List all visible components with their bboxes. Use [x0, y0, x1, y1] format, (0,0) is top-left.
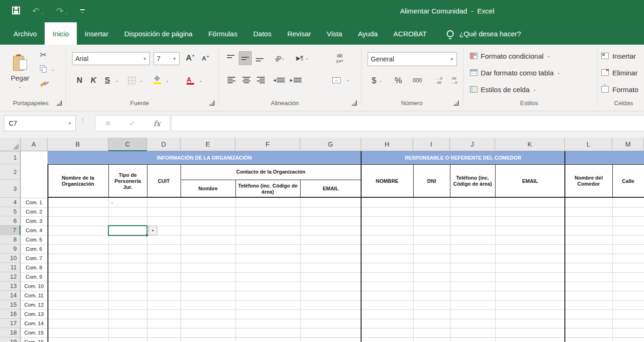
- section-header-3[interactable]: [565, 151, 644, 164]
- chevron-down-icon[interactable]: ⌄: [51, 67, 55, 72]
- row-header-13[interactable]: 13: [0, 282, 20, 291]
- redo-icon[interactable]: ↷⌄: [56, 7, 68, 16]
- chevron-down-icon[interactable]: ⌄: [166, 78, 169, 83]
- customize-quick-access-icon[interactable]: ⌄: [80, 9, 85, 13]
- column-header-b[interactable]: B: [47, 138, 108, 151]
- data-validation-dropdown-button[interactable]: ▼: [148, 226, 157, 235]
- format-cells-button[interactable]: Formato: [601, 83, 638, 96]
- underline-button[interactable]: S: [101, 73, 114, 88]
- header-contacto-nombre[interactable]: Nombre: [181, 180, 235, 198]
- cell-c4[interactable]: -: [108, 198, 147, 207]
- cell-styles-button[interactable]: Estilos de celda⌄: [470, 82, 537, 97]
- increase-decimal-button[interactable]: ←.0.00: [432, 73, 446, 88]
- align-middle-button[interactable]: [239, 51, 252, 65]
- tell-me-zone[interactable]: ¿Qué desea hacer?: [447, 22, 521, 45]
- align-center-button[interactable]: [240, 73, 253, 87]
- enter-icon[interactable]: ✓: [129, 119, 135, 128]
- header-contacto-email[interactable]: EMAIL: [300, 180, 361, 198]
- decrease-decimal-button[interactable]: .00→.0: [447, 73, 461, 88]
- wrap-text-button[interactable]: abc↩: [330, 50, 349, 66]
- formula-input[interactable]: [171, 115, 644, 131]
- tell-me-label[interactable]: ¿Qué desea hacer?: [459, 30, 521, 38]
- row-header-1[interactable]: 1: [0, 151, 20, 164]
- align-right-button[interactable]: [254, 73, 267, 87]
- row-header-7[interactable]: 7: [0, 226, 20, 235]
- selected-cell-c7[interactable]: [108, 225, 148, 236]
- row-header-14[interactable]: 14: [0, 291, 20, 300]
- row-header-18[interactable]: 18: [0, 328, 20, 337]
- row-header-19[interactable]: 19: [0, 337, 20, 342]
- row-header-16[interactable]: 16: [0, 309, 20, 319]
- column-header-h[interactable]: H: [361, 138, 413, 151]
- align-left-button[interactable]: [225, 73, 238, 87]
- row-header-8[interactable]: 8: [0, 235, 20, 244]
- row-header-17[interactable]: 17: [0, 319, 20, 328]
- tab-archivo[interactable]: Archivo: [6, 22, 45, 45]
- cell-a5[interactable]: Com. 2: [20, 207, 47, 216]
- cell-a8[interactable]: Com. 5: [20, 235, 47, 244]
- cell-a4[interactable]: Com. 1: [20, 198, 47, 207]
- tab-ayuda[interactable]: Ayuda: [350, 22, 385, 45]
- fill-color-button[interactable]: [152, 73, 164, 87]
- align-top-button[interactable]: [224, 51, 237, 65]
- italic-button[interactable]: K: [87, 73, 100, 88]
- merge-center-button[interactable]: ↔: [329, 74, 344, 87]
- tab-vista[interactable]: Vista: [319, 22, 350, 45]
- row-header-12[interactable]: 12: [0, 272, 20, 282]
- column-header-d[interactable]: D: [147, 138, 181, 151]
- tab-inicio[interactable]: Inicio: [45, 22, 77, 45]
- tab-datos[interactable]: Datos: [245, 22, 279, 45]
- insert-function-icon[interactable]: fx: [154, 119, 161, 128]
- header-resp-email[interactable]: EMAIL: [495, 164, 565, 198]
- tab-acrobat[interactable]: ACROBAT: [386, 22, 435, 45]
- alignment-dialog-launcher-icon[interactable]: [352, 101, 357, 106]
- clipboard-dialog-launcher-icon[interactable]: [57, 101, 62, 106]
- cell-a18[interactable]: Com. 15: [20, 328, 47, 337]
- header-cuit[interactable]: CUIT: [147, 164, 181, 198]
- font-size-combo[interactable]: 7▼: [154, 52, 180, 65]
- section-header-responsable[interactable]: RESPONSABLE O REFERENTE DEL COMEDOR: [361, 151, 565, 164]
- cancel-icon[interactable]: ✕: [105, 119, 111, 128]
- format-as-table-button[interactable]: Dar formato como tabla⌄: [470, 65, 560, 80]
- header-contacto-telefono[interactable]: Teléfono (inc. Código de área): [235, 180, 300, 198]
- cell-a16[interactable]: Com. 13: [20, 309, 47, 319]
- undo-icon[interactable]: ↶⌄: [32, 7, 44, 16]
- section-header-informacion[interactable]: INFORMACIÓN DE LA ORGANIZACIÓN: [47, 151, 361, 164]
- cell-a13[interactable]: Com. 10: [20, 282, 47, 291]
- chevron-down-icon[interactable]: ⌄: [115, 78, 119, 83]
- thousands-button[interactable]: 000: [409, 73, 426, 88]
- tab-revisar[interactable]: Revisar: [279, 22, 319, 45]
- format-painter-button[interactable]: [37, 78, 49, 89]
- column-header-c[interactable]: C: [108, 138, 147, 151]
- cell-a12[interactable]: Com. 9: [20, 272, 47, 282]
- cell-a19[interactable]: Com. 16: [20, 337, 47, 342]
- row-header-9[interactable]: 9: [0, 244, 20, 254]
- row-header-4[interactable]: 4: [0, 198, 20, 207]
- tab-formulas[interactable]: Fórmulas: [201, 22, 246, 45]
- paste-button[interactable]: Pegar ⌄: [6, 48, 34, 95]
- column-header-e[interactable]: E: [181, 138, 235, 151]
- chevron-down-icon[interactable]: ⌄: [140, 78, 143, 83]
- cell-a9[interactable]: Com. 6: [20, 244, 47, 254]
- align-bottom-button[interactable]: [253, 51, 266, 65]
- cell-a17[interactable]: Com. 14: [20, 319, 47, 328]
- conditional-formatting-button[interactable]: Formato condicional⌄: [470, 48, 550, 63]
- formula-bar-splitter[interactable]: ⁞: [82, 119, 84, 122]
- decrease-font-button[interactable]: A▼: [199, 51, 213, 65]
- chevron-down-icon[interactable]: ⌄: [199, 78, 203, 83]
- header-calle[interactable]: Calle: [612, 164, 644, 198]
- increase-indent-button[interactable]: ▶: [288, 73, 303, 87]
- cell-a14[interactable]: Com. 11: [20, 291, 47, 300]
- chevron-down-icon[interactable]: ⌄: [346, 77, 350, 82]
- column-header-a[interactable]: A: [20, 138, 47, 151]
- save-icon[interactable]: [12, 7, 20, 16]
- decrease-indent-button[interactable]: ◀: [272, 73, 287, 87]
- name-box[interactable]: C7 ▼: [4, 115, 76, 131]
- header-personeria[interactable]: Tipo de Personería Jur.: [108, 164, 147, 198]
- number-format-combo[interactable]: General▼: [368, 52, 457, 66]
- row-header-11[interactable]: 11: [0, 263, 20, 272]
- font-color-button[interactable]: A: [184, 73, 196, 87]
- column-header-j[interactable]: J: [450, 138, 495, 151]
- column-header-m[interactable]: M: [612, 138, 644, 151]
- tab-disposicion[interactable]: Disposición de página: [116, 22, 201, 45]
